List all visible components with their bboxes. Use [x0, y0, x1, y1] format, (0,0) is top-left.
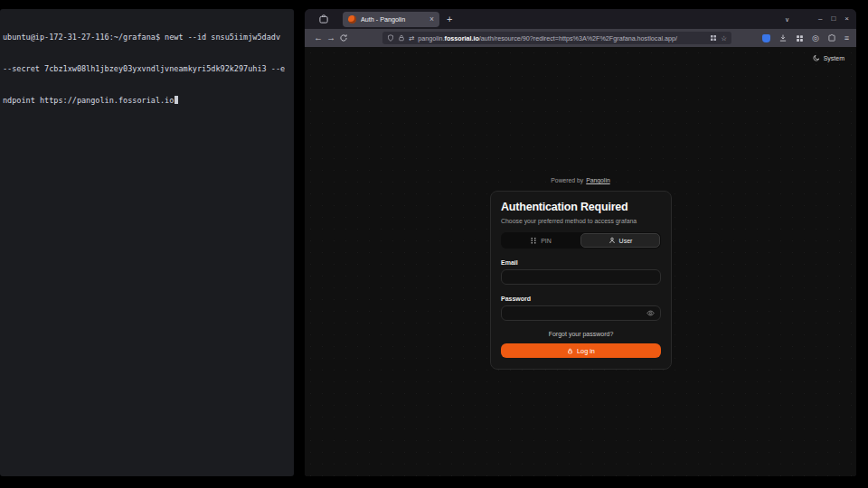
pangolin-link[interactable]: Pangolin — [586, 177, 609, 183]
terminal-line: ndpoint https://pangolin.fossorial.io — [3, 96, 292, 107]
browser-tab-auth-pangolin[interactable]: Auth - Pangolin × — [343, 12, 439, 27]
theme-toggle-button[interactable]: System — [813, 54, 844, 61]
login-lock-icon — [567, 348, 573, 354]
tracking-protection-shield-icon[interactable] — [387, 34, 394, 42]
pangolin-favicon-icon — [348, 15, 356, 23]
auth-method-tabs: PIN User — [501, 232, 661, 249]
permissions-swap-icon[interactable]: ⇄ — [409, 34, 414, 42]
tab-bar: Auth - Pangolin × + ∨ – □ × — [305, 9, 856, 29]
auth-card: Authentication Required Choose your pref… — [490, 191, 672, 370]
user-icon — [609, 237, 616, 244]
minimize-button[interactable]: – — [818, 15, 822, 23]
ublock-origin-icon[interactable] — [762, 34, 770, 42]
tab-user-label: User — [619, 238, 633, 244]
login-button[interactable]: Log in — [501, 343, 661, 358]
login-button-label: Log in — [577, 347, 595, 355]
terminal-cursor — [175, 96, 179, 104]
maximize-button[interactable]: □ — [831, 15, 835, 23]
browser-window: Auth - Pangolin × + ∨ – □ × ← → — [305, 9, 856, 476]
show-password-eye-icon[interactable] — [646, 309, 655, 317]
powered-by: Powered byPangolin — [305, 177, 856, 183]
auth-page: System Powered byPangolin Authentication… — [305, 47, 856, 476]
list-all-tabs-chevron-icon[interactable]: ∨ — [785, 16, 789, 23]
moon-icon — [813, 54, 820, 61]
forgot-password-link[interactable]: Forgot your password? — [501, 331, 661, 337]
tab-title: Auth - Pangolin — [361, 15, 425, 23]
back-button[interactable]: ← — [312, 33, 325, 42]
email-label: Email — [501, 259, 661, 266]
card-subtitle: Choose your preferred method to access g… — [501, 218, 661, 224]
tab-pin-label: PIN — [541, 238, 552, 244]
apps-grid-icon[interactable] — [796, 34, 804, 42]
forward-button[interactable]: → — [325, 33, 337, 42]
tab-user[interactable]: User — [580, 233, 660, 248]
card-title: Authentication Required — [501, 201, 661, 213]
url-bar[interactable]: ⇄ pangolin.fossorial.io/auth/resource/90… — [382, 32, 731, 44]
tab-close-icon[interactable]: × — [429, 15, 434, 23]
padlock-icon[interactable] — [398, 34, 405, 42]
url-text: pangolin.fossorial.io/auth/resource/90?r… — [418, 34, 706, 42]
menu-hamburger-icon[interactable]: ≡ — [844, 34, 849, 42]
new-tab-button[interactable]: + — [447, 14, 452, 24]
theme-toggle-label: System — [824, 55, 844, 61]
toolbar-extensions: ◎ ≡ — [762, 33, 849, 42]
bookmark-star-icon[interactable]: ☆ — [721, 34, 727, 42]
target-circle-icon[interactable]: ◎ — [812, 34, 819, 42]
firefox-view-icon[interactable] — [318, 14, 329, 24]
bookmark-grid-icon[interactable] — [710, 34, 717, 42]
pin-keypad-icon — [530, 237, 537, 244]
terminal-window[interactable]: ubuntu@ip-172-31-27-116:~/grafana$ newt … — [0, 9, 294, 476]
password-label: Password — [501, 296, 661, 302]
tab-pin[interactable]: PIN — [502, 233, 580, 248]
email-field[interactable] — [501, 269, 661, 285]
extension-puzzle-icon[interactable] — [827, 33, 836, 42]
reload-button[interactable] — [337, 33, 350, 42]
window-close-button[interactable]: × — [844, 15, 849, 23]
password-field[interactable] — [501, 305, 661, 321]
download-icon[interactable] — [778, 33, 788, 42]
terminal-line: --secret 7cbz1xw08lh1jbzey03yxvndljvneam… — [3, 64, 292, 75]
navigation-toolbar: ← → ⇄ pangolin.fossorial.io/auth/resourc… — [305, 29, 856, 47]
terminal-line: ubuntu@ip-172-31-27-116:~/grafana$ newt … — [3, 33, 292, 43]
